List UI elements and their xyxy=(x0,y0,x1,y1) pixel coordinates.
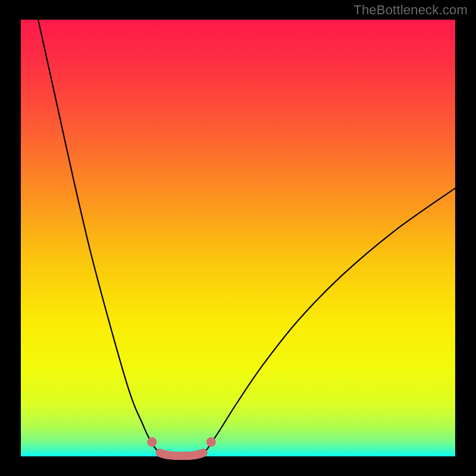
floor-band xyxy=(160,453,203,456)
marker-dot xyxy=(206,437,216,447)
curve-layer xyxy=(21,20,455,456)
curve-left xyxy=(38,20,159,453)
marker-dot xyxy=(147,437,156,447)
watermark-text: TheBottleneck.com xyxy=(353,2,468,18)
curve-right xyxy=(203,188,455,453)
dot-markers xyxy=(147,437,215,447)
plot-area xyxy=(21,20,455,456)
chart-frame: TheBottleneck.com xyxy=(0,0,476,476)
